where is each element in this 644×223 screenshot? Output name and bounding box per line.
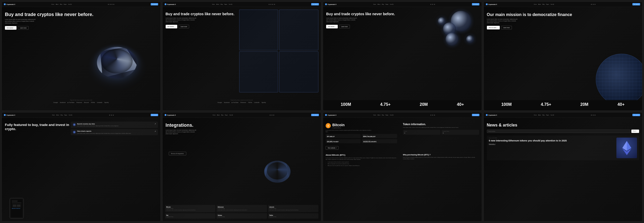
hero-text-1: Buy and trade cryptos like never before.… (5, 12, 93, 30)
logo-row-1: Google facebook ▶ YouTube Pinterest Disc… (2, 102, 160, 103)
logo-p2: Pinterest (240, 102, 246, 103)
nav-social-4 (591, 4, 595, 5)
ring-torus (96, 45, 145, 84)
feature-title-1: Send & receive any time ↗ (77, 123, 156, 125)
integrations-list: Bitcoin Cryptocurrency Lorem ipsum dolor… (165, 205, 319, 219)
hero-cta-1[interactable]: Get started → (5, 26, 17, 30)
btc-stats: Price $47,083.27 Market Cap $894,726,598… (326, 134, 397, 143)
card-1: Cryptomatic X Home About Blog Pages Cart… (2, 2, 161, 111)
hero-cta-2[interactable]: Get started → (166, 25, 177, 28)
card-2: Cryptomatic X Home About Blog Pages Cart… (162, 2, 321, 111)
sphere-3 (466, 35, 474, 43)
hero-title-3: Buy and trade cryptos like never before. (326, 12, 395, 16)
brand-icon-3 (325, 3, 327, 5)
hero-learn-2[interactable]: Learn more (179, 25, 189, 28)
article-thumbnail (616, 138, 637, 158)
view-website-button[interactable]: View website ↗ (326, 146, 339, 150)
nav-social-7 (430, 115, 435, 116)
btc-stat-price: Price $47,083.27 (326, 134, 361, 138)
feature-item-1: Send & receive any time ↗ Lorem ipsum do… (71, 122, 158, 128)
search-input[interactable] (487, 130, 631, 133)
stat-4-4: 40+ (617, 102, 624, 107)
feature-arrow-2: ↗ (155, 130, 156, 132)
feature-list: Send & receive any time ↗ Lorem ipsum do… (71, 122, 158, 136)
nav-5: Cryptomatic X Home About Blog Pages Cart… (2, 113, 160, 118)
logo-tiktok: TikTok (91, 102, 95, 103)
stat-4-1: 100M (501, 102, 512, 107)
cta-button-7[interactable]: Get started (472, 114, 480, 116)
brand-7: Cryptomatic X (325, 114, 336, 116)
brand-icon-4 (486, 3, 488, 5)
feature-desc-1: Lorem ipsum dolor sit amet consectetur a… (77, 125, 156, 127)
stats-row-3: 100M 4.75+ 20M 40+ (323, 100, 482, 109)
cube-1 (239, 10, 278, 50)
cta-button-6[interactable]: Get started (311, 114, 319, 116)
card-4: Cryptomatic X Home About Blog Pages Cart… (484, 2, 643, 111)
hero-4: Our main mission is to democratize finan… (484, 7, 642, 100)
globe-visual (596, 54, 642, 100)
browse-integrations-button[interactable]: Browse all integrations (169, 152, 186, 155)
nav-links-2: Home About Blog Pages Cart (3) (212, 4, 232, 5)
cube-4 (279, 51, 318, 92)
article-content: Issue / Jun 30, 2025 5 new interesting E… (489, 138, 615, 158)
nav-1: Cryptomatic X Home About Blog Pages Cart… (2, 2, 160, 7)
brand-6: Cryptomatic X (165, 114, 176, 116)
cta-button-5[interactable]: Get started (151, 114, 158, 116)
nav-6: Cryptomatic X Home About Blog Pages Cart… (163, 113, 321, 118)
news-title: News & articles (487, 123, 639, 128)
social-icon (110, 4, 111, 5)
brand-4: Cryptomatic X (486, 3, 497, 5)
article-meta: Issue / Jun 30, 2025 (489, 138, 615, 139)
hero-8: News & articles Search → Issue / Jun 30,… (484, 118, 642, 221)
spheres-visual (395, 7, 482, 100)
nav-social-3 (430, 4, 435, 5)
social-icon (111, 4, 112, 5)
hero-learn-1[interactable]: Learn more (18, 26, 29, 30)
cta-button-8[interactable]: Get started (632, 114, 640, 116)
hero-buttons-3: Get started → Learn more (326, 25, 395, 28)
news-article: Issue / Jun 30, 2025 5 new interesting E… (487, 136, 639, 160)
hero-buttons-1: Get started → Learn more (5, 26, 93, 30)
hero-cta-4[interactable]: Join our team → (487, 26, 500, 29)
cta-button-1[interactable]: Get started (151, 3, 158, 5)
hero-cta-3[interactable]: Get started → (326, 25, 338, 28)
stat-4-3: 20M (580, 102, 588, 107)
logo-y2: ▶ YouTube (232, 102, 238, 103)
logo-google: Google (53, 102, 58, 103)
read-article-link[interactable]: Read article ↗ (489, 143, 615, 145)
cta-button-3[interactable]: Get started (472, 3, 480, 5)
nav-links-4: Home About Blog Pages Cart (3) (534, 4, 554, 5)
logo-g2: Google (218, 102, 222, 103)
feature-title-2: View charts reports ↗ (77, 130, 156, 132)
feature-item-2: View charts reports ↗ Lorem ipsum dolor … (71, 129, 158, 136)
news-section: News & articles Search → Issue / Jun 30,… (487, 123, 639, 160)
hero-7: ₿ Bitcoin Cryptocurrency Lorem ipsum dol… (323, 118, 482, 221)
logo-f2: facebook (224, 102, 230, 103)
logo-row-2: Google facebook ▶ YouTube Pinterest TikT… (163, 102, 321, 103)
social-icon (113, 4, 114, 5)
stat-3: 20M (420, 102, 428, 107)
token-info: Token information. Lorem ipsum dolor sit… (403, 123, 479, 136)
supported-text-2: Supported by many companies around the w… (163, 99, 321, 101)
integration-litecoin: Litecoin Cryptocurrency Lorem ipsum dolo… (268, 205, 319, 212)
logo-linkedin: LinkedIn (97, 102, 102, 103)
bitcoin-info: ₿ Bitcoin Cryptocurrency Lorem ipsum dol… (326, 123, 397, 150)
hero-title-5: Fully featured to buy, trade and invest … (5, 123, 71, 131)
nav-links-5: Home About Blog Pages Cart (3) (52, 114, 72, 116)
logo-spotify: Spotify (104, 102, 109, 103)
logo-facebook: facebook (60, 102, 66, 103)
hero-learn-3[interactable]: Learn more (339, 25, 350, 28)
brand-icon-1 (4, 3, 6, 5)
logo-l2: LinkedIn (254, 102, 260, 103)
hero-6: Integrations. Lorem ipsum dolor sit amet… (163, 118, 321, 221)
about-list: Lorem ipsum dolor sit amet in ornare qui… (326, 161, 397, 166)
cta-button-2[interactable]: Get started (311, 3, 319, 5)
send-receive-icon (73, 123, 76, 126)
hero-learn-4[interactable]: Learn more (501, 26, 512, 29)
cta-button-4[interactable]: Get started (632, 3, 640, 5)
logo-s2: Spotify (262, 102, 266, 103)
btc-stat-vol: Volume (24h) $36,894,714.637 (326, 139, 361, 143)
logo-youtube: ▶ YouTube (68, 102, 74, 103)
search-button[interactable]: Search → (631, 130, 639, 133)
cubes-visual (239, 10, 318, 92)
